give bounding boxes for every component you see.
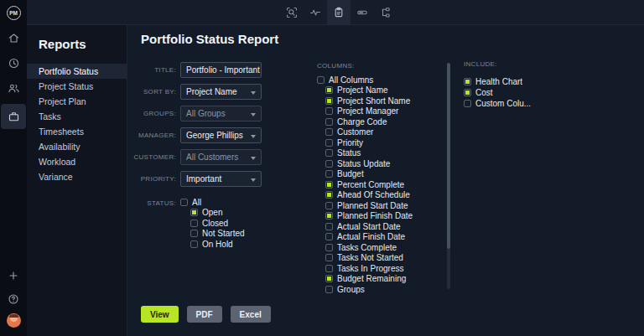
column-option[interactable]: Ahead Of Schedule <box>325 190 413 201</box>
checkbox[interactable] <box>325 97 333 105</box>
status-option[interactable]: Open <box>190 208 245 219</box>
help-icon[interactable] <box>0 287 27 311</box>
column-option[interactable]: Priority <box>325 137 413 148</box>
include-option[interactable]: Custom Colu... <box>464 98 531 109</box>
checkbox[interactable] <box>325 107 333 115</box>
column-option[interactable]: Status <box>325 148 413 159</box>
activity-icon[interactable] <box>304 0 327 25</box>
checkbox[interactable] <box>325 286 333 293</box>
include-option[interactable]: Cost <box>464 87 531 98</box>
checkbox[interactable] <box>325 223 333 230</box>
checkbox[interactable] <box>325 139 333 147</box>
checkbox-label: Customer <box>337 127 373 137</box>
checkbox[interactable] <box>190 209 198 216</box>
home-icon[interactable] <box>0 25 27 50</box>
scrollbar-thumb[interactable] <box>447 63 450 249</box>
action-button[interactable]: View <box>141 306 179 323</box>
app-logo[interactable]: PM <box>0 0 27 25</box>
report-list-item[interactable]: Tasks <box>27 109 127 124</box>
column-option[interactable]: Charge Code <box>325 116 413 127</box>
checkbox[interactable] <box>325 170 333 178</box>
title-input[interactable]: Portfolio - Important <box>180 62 262 78</box>
action-button[interactable]: PDF <box>187 306 222 323</box>
checkbox-label: Planned Finish Date <box>337 211 413 220</box>
column-option[interactable]: Budget Remaining <box>325 274 413 285</box>
checkbox[interactable] <box>325 128 333 136</box>
checkbox[interactable] <box>325 160 333 168</box>
column-option[interactable]: Planned Start Date <box>325 200 413 211</box>
status-option[interactable]: On Hold <box>190 239 245 250</box>
team-icon[interactable] <box>0 75 27 101</box>
report-list-item[interactable]: Timesheets <box>27 124 127 139</box>
column-option[interactable]: Customer <box>325 127 413 138</box>
page-title: Portfolio Status Report <box>141 33 278 46</box>
column-option[interactable]: Project Short Name <box>325 96 413 106</box>
column-option[interactable]: Groups <box>325 284 413 295</box>
checkbox[interactable] <box>464 100 471 107</box>
status-option[interactable]: Closed <box>190 218 245 229</box>
checkbox[interactable] <box>190 240 198 248</box>
checkbox[interactable] <box>325 191 333 199</box>
checkbox[interactable] <box>325 244 333 251</box>
status-options: All Open Closed Not St <box>180 197 245 250</box>
portfolio-icon[interactable] <box>1 104 26 129</box>
report-list-item[interactable]: Portfolio Status <box>27 64 127 79</box>
checkbox[interactable] <box>190 220 198 227</box>
checkbox[interactable] <box>180 199 188 206</box>
column-option[interactable]: Actual Finish Date <box>325 232 413 243</box>
checkbox[interactable] <box>325 202 333 209</box>
dash-icon[interactable] <box>351 0 374 25</box>
report-form: TITLE: Portfolio - Important SORT BY: Pr… <box>127 62 262 193</box>
checkbox[interactable] <box>464 78 471 85</box>
status-label: STATUS: <box>127 197 176 250</box>
all-columns-option[interactable]: All Columns <box>317 75 413 85</box>
add-icon[interactable] <box>0 264 27 287</box>
column-option[interactable]: Project Manager <box>325 106 413 117</box>
checkbox[interactable] <box>464 89 471 96</box>
sort-by-select[interactable]: Project Name <box>180 84 262 100</box>
column-option[interactable]: Tasks In Progress <box>325 263 413 274</box>
checkbox[interactable] <box>325 254 333 261</box>
column-option[interactable]: Tasks Complete <box>325 242 413 253</box>
column-option[interactable]: Status Update <box>325 158 413 169</box>
include-option[interactable]: Health Chart <box>464 76 531 87</box>
report-list-item[interactable]: Workload <box>27 154 127 169</box>
checkbox[interactable] <box>325 86 333 94</box>
column-option[interactable]: Actual Start Date <box>325 221 413 232</box>
column-option[interactable]: Project Name <box>325 85 413 96</box>
column-option[interactable]: Tasks Not Started <box>325 253 413 264</box>
checkbox[interactable] <box>325 265 333 272</box>
checkbox[interactable] <box>317 76 325 84</box>
clock-icon[interactable] <box>0 50 27 75</box>
report-list-item[interactable]: Project Status <box>27 79 127 94</box>
column-option[interactable]: Planned Finish Date <box>325 211 413 222</box>
checkbox[interactable] <box>325 233 333 240</box>
report-list-item[interactable]: Availability <box>27 139 127 154</box>
clipboard-icon[interactable] <box>327 0 351 25</box>
columns-label: COLUMNS: <box>317 63 413 70</box>
scan-search-icon[interactable] <box>280 0 304 25</box>
groups-select[interactable]: All Groups <box>180 106 262 121</box>
columns-scrollbar[interactable] <box>447 63 450 289</box>
priority-select[interactable]: Important <box>180 171 262 187</box>
status-option[interactable]: Not Started <box>190 229 245 240</box>
checkbox[interactable] <box>325 181 333 189</box>
customer-select[interactable]: All Customers <box>180 149 262 165</box>
action-button[interactable]: Excel <box>231 306 271 323</box>
column-option[interactable]: Percent Complete <box>325 179 413 190</box>
user-avatar[interactable] <box>0 311 27 329</box>
workflow-icon[interactable] <box>374 0 397 25</box>
checkbox[interactable] <box>325 275 333 282</box>
checkbox[interactable] <box>325 212 333 220</box>
status-all-option[interactable]: All <box>180 197 245 208</box>
column-option[interactable]: Budget <box>325 169 413 180</box>
field-value: All Groups <box>186 109 226 118</box>
checkbox[interactable] <box>325 118 333 126</box>
report-list-item[interactable]: Project Plan <box>27 94 127 109</box>
field-label: PRIORITY: <box>127 175 176 183</box>
reports-panel-title: Reports <box>39 37 127 51</box>
report-list-item[interactable]: Variance <box>27 169 127 184</box>
manager-select[interactable]: George Phillips <box>180 127 262 143</box>
checkbox[interactable] <box>325 149 333 157</box>
checkbox[interactable] <box>190 230 198 237</box>
